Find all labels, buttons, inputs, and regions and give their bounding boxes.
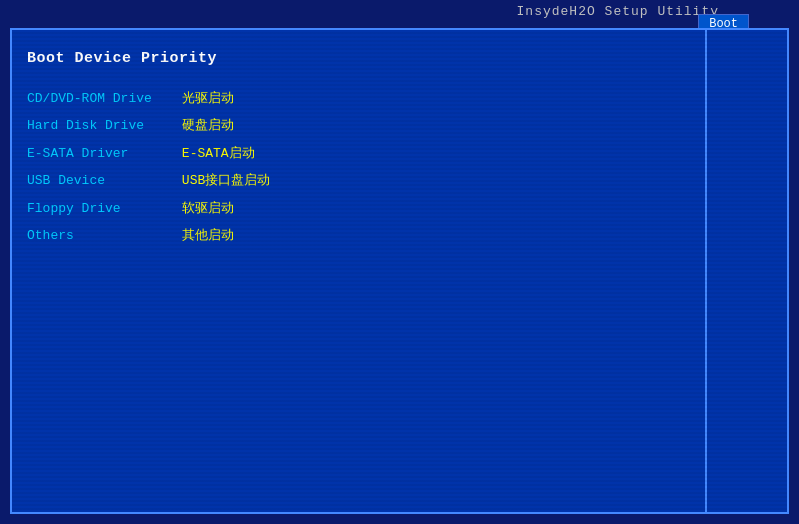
right-panel <box>707 30 787 512</box>
section-title: Boot Device Priority <box>27 50 690 67</box>
boot-label-2: E-SATA Driver <box>27 142 152 165</box>
boot-label-1: Hard Disk Drive <box>27 114 152 137</box>
boot-description-1: 硬盘启动 <box>182 114 270 137</box>
boot-label-5: Others <box>27 224 152 247</box>
boot-description-5: 其他启动 <box>182 224 270 247</box>
boot-items-container: CD/DVD-ROM DriveHard Disk DriveE-SATA Dr… <box>27 87 690 247</box>
boot-description-0: 光驱启动 <box>182 87 270 110</box>
boot-description-4: 软驱启动 <box>182 197 270 220</box>
boot-description-2: E-SATA启动 <box>182 142 270 165</box>
boot-label-0: CD/DVD-ROM Drive <box>27 87 152 110</box>
app-title: InsydeH2O Setup Utility <box>517 4 719 19</box>
boot-description-3: USB接口盘启动 <box>182 169 270 192</box>
boot-label-4: Floppy Drive <box>27 197 152 220</box>
boot-descriptions-column: 光驱启动硬盘启动E-SATA启动USB接口盘启动软驱启动其他启动 <box>182 87 270 247</box>
top-bar: InsydeH2O Setup Utility <box>0 0 799 28</box>
boot-label-3: USB Device <box>27 169 152 192</box>
left-panel: Boot Device Priority CD/DVD-ROM DriveHar… <box>12 30 707 512</box>
main-content: Boot Device Priority CD/DVD-ROM DriveHar… <box>10 28 789 514</box>
boot-labels-column: CD/DVD-ROM DriveHard Disk DriveE-SATA Dr… <box>27 87 152 247</box>
